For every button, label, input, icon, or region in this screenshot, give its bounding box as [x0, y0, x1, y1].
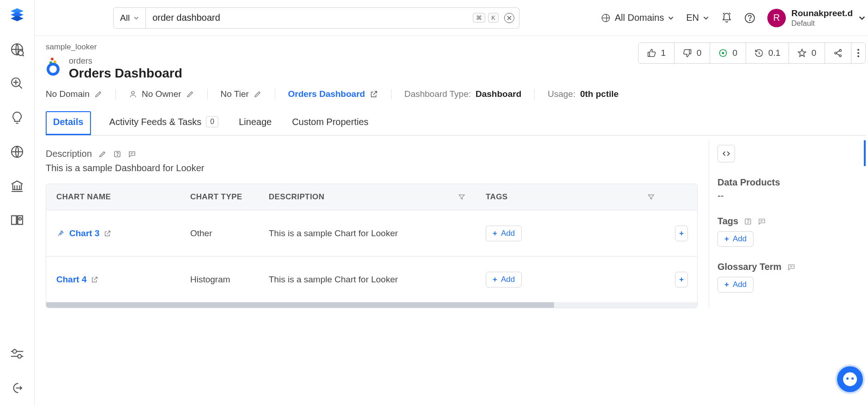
chart-desc: This is a sample Chart for Looker — [259, 222, 476, 245]
filter-icon[interactable] — [647, 193, 655, 201]
add-tag-button[interactable]: +Add — [717, 231, 753, 247]
dashboard-type: Dashboard Type: Dashboard — [404, 89, 522, 99]
globe-icon — [601, 13, 611, 23]
search-shortcut: ⌘ K — [473, 13, 504, 23]
add-tag-button[interactable]: +Add — [486, 226, 522, 241]
comment-icon[interactable] — [787, 263, 796, 271]
svg-point-20 — [857, 52, 859, 54]
comment-icon[interactable] — [128, 150, 136, 158]
svg-point-11 — [54, 60, 56, 63]
page-title: Orders Dashboard — [69, 66, 182, 81]
nav-governance-icon[interactable] — [9, 178, 25, 194]
glossary-label: Glossary Term — [717, 262, 782, 272]
add-extra-button[interactable]: + — [675, 226, 688, 241]
comment-icon[interactable] — [758, 217, 766, 226]
tab-lineage[interactable]: Lineage — [237, 112, 273, 135]
collapse-panel-button[interactable] — [717, 145, 735, 162]
user-menu[interactable]: R Rounakpreet.d Default — [767, 8, 866, 28]
tab-details[interactable]: Details — [46, 111, 91, 135]
external-link-icon — [370, 90, 378, 98]
avatar: R — [767, 9, 786, 27]
table-row: Chart 3 Other This is a sample Chart for… — [46, 210, 697, 256]
svg-point-22 — [132, 91, 134, 94]
data-products-label: Data Products — [717, 177, 866, 188]
owner-field[interactable]: No Owner — [129, 89, 194, 99]
target-icon — [718, 48, 728, 58]
svg-point-9 — [749, 20, 750, 21]
more-vertical-icon — [857, 48, 860, 58]
tier-field[interactable]: No Tier — [221, 89, 262, 99]
tags-label: Tags — [717, 216, 738, 227]
chart-desc: This is a sample Chart for Looker — [259, 268, 476, 291]
nav-search-icon[interactable] — [9, 76, 25, 91]
global-search: All ⌘ K — [113, 7, 519, 29]
code-icon — [722, 149, 730, 158]
svg-point-5 — [13, 350, 17, 353]
add-tag-button[interactable]: +Add — [486, 272, 522, 287]
chevron-down-icon — [133, 15, 139, 21]
notifications-button[interactable] — [721, 12, 732, 24]
bell-icon — [721, 12, 732, 24]
svg-point-21 — [857, 55, 859, 57]
search-scope-label: All — [120, 13, 130, 23]
domains-dropdown[interactable]: All Domains — [601, 12, 674, 23]
svg-point-6 — [18, 354, 21, 358]
nav-glossary-icon[interactable] — [9, 212, 25, 228]
app-logo[interactable] — [9, 6, 25, 23]
tabs: Details Activity Feeds & Tasks 0 Lineage… — [46, 111, 866, 136]
dashboard-external-link[interactable]: Orders Dashboard — [288, 89, 378, 99]
svg-point-4 — [19, 218, 21, 220]
domain-field[interactable]: No Domain — [46, 89, 102, 99]
description-text: This is a sample Dashboard for Looker — [46, 163, 698, 173]
svg-point-10 — [51, 58, 54, 60]
col-chart-name: CHART NAME — [46, 186, 180, 208]
nav-insights-icon[interactable] — [9, 110, 25, 125]
user-role: Default — [791, 19, 853, 28]
tab-activity[interactable]: Activity Feeds & Tasks 0 — [108, 112, 221, 135]
search-scope-select[interactable]: All — [114, 8, 146, 28]
help-button[interactable] — [744, 12, 755, 24]
share-icon — [833, 48, 843, 58]
svg-point-1 — [18, 51, 24, 56]
star-button[interactable]: 0 — [789, 43, 825, 63]
add-extra-button[interactable]: + — [675, 272, 688, 287]
thumbs-down-icon — [683, 48, 692, 58]
share-button[interactable] — [825, 43, 851, 63]
recent-button[interactable]: 0.1 — [746, 43, 789, 63]
chart-link[interactable]: Chart 4 — [56, 275, 170, 285]
add-glossary-button[interactable]: +Add — [717, 277, 753, 293]
star-icon — [797, 48, 807, 58]
data-products-value: -- — [717, 191, 866, 201]
search-input[interactable] — [146, 8, 473, 28]
edit-icon — [94, 90, 102, 98]
chart-link[interactable]: Chart 3 — [56, 228, 170, 239]
language-dropdown[interactable]: EN — [686, 12, 709, 23]
svg-point-26 — [748, 222, 748, 223]
chat-assistant-button[interactable] — [835, 364, 865, 394]
nav-explore-icon[interactable] — [9, 42, 25, 57]
chart-type: Histogram — [180, 268, 259, 291]
more-button[interactable] — [851, 43, 865, 63]
nav-settings-icon[interactable] — [9, 346, 25, 362]
user-icon — [129, 90, 137, 98]
edit-icon — [253, 90, 262, 98]
description-label: Description — [46, 149, 92, 159]
looker-icon — [46, 56, 61, 72]
like-button[interactable]: 1 — [639, 43, 675, 63]
edit-icon[interactable] — [98, 150, 107, 158]
close-icon — [507, 16, 512, 20]
filter-icon[interactable] — [458, 193, 465, 201]
nav-domains-icon[interactable] — [9, 144, 25, 160]
table-horizontal-scrollbar[interactable] — [46, 302, 697, 308]
search-clear-button[interactable] — [504, 13, 514, 23]
tab-custom-properties[interactable]: Custom Properties — [290, 112, 370, 135]
request-description-icon[interactable] — [113, 150, 121, 158]
issues-button[interactable]: 0 — [710, 43, 746, 63]
dislike-button[interactable]: 0 — [675, 43, 711, 63]
col-description: DESCRIPTION — [259, 186, 476, 208]
request-tags-icon[interactable] — [744, 217, 752, 226]
nav-logout-icon[interactable] — [9, 380, 25, 396]
chevron-down-icon — [858, 14, 866, 22]
chart-table: CHART NAME CHART TYPE DESCRIPTION TAGS — [46, 184, 698, 308]
chevron-down-icon — [668, 15, 674, 21]
